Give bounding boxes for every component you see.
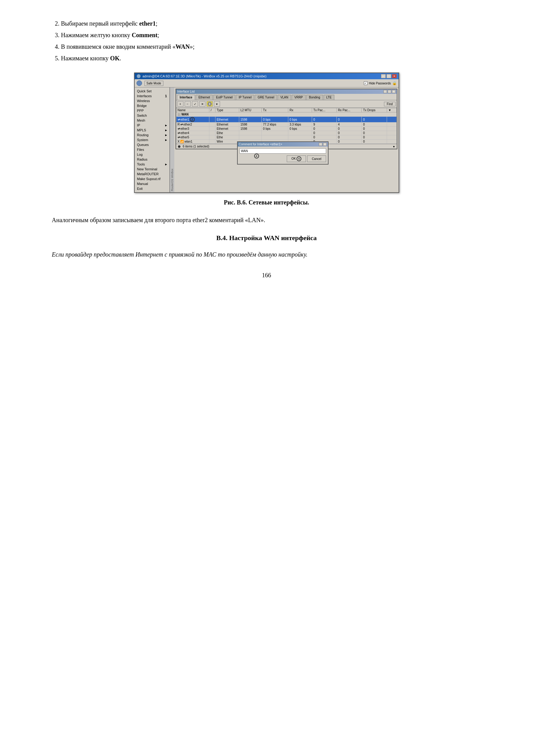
tab-gre-tunnel[interactable]: GRE Tunnel bbox=[255, 95, 277, 100]
tab-vlan[interactable]: VLAN bbox=[278, 95, 291, 100]
section-heading: В.4. Настройка WAN интерфейса bbox=[37, 234, 496, 242]
sidebar-item-radius[interactable]: Radius bbox=[135, 157, 170, 162]
cancel-button[interactable]: Cancel bbox=[307, 155, 326, 162]
sidebar-item-bridge[interactable]: Bridge bbox=[135, 103, 170, 108]
flag-x: X bbox=[178, 140, 180, 143]
col-txdrops: Tx Drops bbox=[362, 108, 387, 112]
group-wan: ::: WAN bbox=[176, 112, 396, 117]
eth-icon: ⇄ bbox=[178, 127, 180, 130]
ip-arrow-icon: ▶ bbox=[165, 124, 167, 127]
sidebar-item-routing[interactable]: Routing▶ bbox=[135, 133, 170, 137]
minimize-button[interactable]: ─ bbox=[381, 74, 386, 78]
hide-passwords-checkbox[interactable]: ✓ bbox=[364, 81, 367, 85]
main-content-area: Interface List ─ □ ✕ Interface Ethernet … bbox=[174, 88, 399, 192]
comment-dialog-body: 4 OK 5 Cancel bbox=[238, 147, 328, 164]
winbox-window: admin@D4:CA:6D:67:1E:3D (MikroTik) - Win… bbox=[37, 72, 496, 193]
interface-list-window: Interface List ─ □ ✕ Interface Ethernet … bbox=[175, 89, 397, 149]
filter-button[interactable]: ▾ bbox=[214, 101, 220, 107]
sidebar-item-switch[interactable]: Switch bbox=[135, 113, 170, 118]
sidebar-item-manual[interactable]: Manual bbox=[135, 181, 170, 186]
sidebar-wrapper: Quick Set Interfaces 1 Wireless Bridge P… bbox=[135, 88, 174, 192]
interfaces-badge: 1 bbox=[165, 94, 167, 98]
sidebar-item-wireless[interactable]: Wireless bbox=[135, 98, 170, 103]
table-row[interactable]: ⇄ ether3 Ethernet 1598 0 bps 0 bps 0 0 0 bbox=[176, 127, 396, 131]
sidebar-item-exit[interactable]: Exit bbox=[135, 186, 170, 191]
iface-table: Name / Type L2 MTU Tx Rx Tx Pac... Rx Pa… bbox=[176, 108, 397, 144]
comment-dialog-title: Comment for Interface <ether1> bbox=[239, 143, 282, 146]
find-button[interactable]: Find bbox=[384, 102, 395, 106]
step-2: Выбираем первый интерфейс ether1; bbox=[61, 18, 496, 29]
iface-list-titlebar: Interface List ─ □ ✕ bbox=[176, 89, 397, 94]
comment-button[interactable]: 3 bbox=[207, 101, 213, 107]
iface-maximize-button[interactable]: □ bbox=[387, 90, 391, 93]
remove-button[interactable]: − bbox=[185, 101, 191, 107]
sidebar-item-mpls[interactable]: MPLS▶ bbox=[135, 128, 170, 133]
eth-icon: ⇄ bbox=[178, 131, 180, 135]
step2-badge: 2 bbox=[190, 117, 195, 122]
col-expand[interactable]: ▼ bbox=[387, 108, 396, 112]
sidebar-item-log[interactable]: Log bbox=[135, 152, 170, 157]
maximize-button[interactable]: □ bbox=[386, 74, 391, 78]
comment-input[interactable] bbox=[240, 148, 326, 153]
table-row[interactable]: R ⇄ ether2 Ethernet 1598 77.2 kbps 3.3 k… bbox=[176, 122, 396, 127]
tab-lte[interactable]: LTE bbox=[324, 95, 334, 100]
tab-bonding[interactable]: Bonding bbox=[306, 95, 323, 100]
tab-eoip-tunnel[interactable]: EoIP Tunnel bbox=[213, 95, 235, 100]
step-3: Нажимаем желтую кнопку Comment; bbox=[61, 30, 496, 40]
edit-button[interactable]: ✓ bbox=[192, 101, 198, 107]
step-5: Нажимаем кнопку OK. bbox=[61, 53, 496, 63]
winbox-titlebar: admin@D4:CA:6D:67:1E:3D (MikroTik) - Win… bbox=[135, 73, 399, 79]
logo-icon bbox=[137, 80, 142, 86]
sidebar-item-interfaces[interactable]: Interfaces 1 bbox=[135, 94, 170, 98]
winbox-frame: admin@D4:CA:6D:67:1E:3D (MikroTik) - Win… bbox=[134, 72, 399, 193]
sidebar-item-mesh[interactable]: Mesh bbox=[135, 118, 170, 123]
step4-badge: 4 bbox=[254, 153, 259, 158]
col-txpac: Tx Pac... bbox=[312, 108, 337, 112]
col-rx: Rx bbox=[288, 108, 312, 112]
status-text: 6 items (1 selected) bbox=[183, 145, 209, 148]
col-tx: Tx bbox=[262, 108, 288, 112]
tab-vrrp[interactable]: VRRP bbox=[292, 95, 306, 100]
close-button[interactable]: ✕ bbox=[392, 74, 397, 78]
step-4: В появившемся окне вводим комментарий «W… bbox=[61, 41, 496, 52]
safe-mode-button[interactable]: Safe Mode bbox=[145, 81, 163, 86]
sidebar-item-newterminal[interactable]: New Terminal bbox=[135, 167, 170, 172]
ok-button[interactable]: OK 5 bbox=[287, 155, 306, 162]
sidebar-item-ip[interactable]: IP▶ bbox=[135, 123, 170, 128]
sidebar-item-quickset[interactable]: Quick Set bbox=[135, 89, 170, 94]
add-button[interactable]: + bbox=[177, 101, 183, 107]
wlan-icon: 📶 bbox=[180, 140, 184, 143]
winbox-toolbar: Safe Mode ✓ Hide Passwords 🔒 bbox=[135, 79, 399, 88]
sidebar-item-queues[interactable]: Queues bbox=[135, 142, 170, 147]
routing-arrow-icon: ▶ bbox=[165, 134, 167, 137]
paragraph-1: Аналогичным образом записываем для второ… bbox=[37, 215, 496, 225]
eth-icon: ⇄ bbox=[178, 136, 180, 139]
iface-close-button[interactable]: ✕ bbox=[392, 90, 396, 93]
col-rxpac: Rx Pac... bbox=[336, 108, 362, 112]
table-row[interactable]: ⇄ ether5 Ethe 0 0 0 bbox=[176, 135, 396, 140]
scroll-right-indicator: ● bbox=[393, 145, 395, 148]
sidebar-item-ppp[interactable]: PPP bbox=[135, 108, 170, 113]
table-row[interactable]: ⇄ ether1 2 Ethernet 1598 0 bps bbox=[176, 117, 396, 122]
comment-minimize-button[interactable]: ─ bbox=[319, 143, 322, 146]
iface-minimize-button[interactable]: ─ bbox=[383, 90, 387, 93]
sidebar-item-files[interactable]: Files bbox=[135, 147, 170, 152]
disable-button[interactable]: ✕ bbox=[199, 101, 205, 107]
lock-icon: 🔒 bbox=[392, 81, 397, 85]
tab-ip-tunnel[interactable]: IP Tunnel bbox=[236, 95, 254, 100]
table-row[interactable]: ⇄ ether4 Ethe 0 0 0 bbox=[176, 131, 396, 135]
sidebar: Quick Set Interfaces 1 Wireless Bridge P… bbox=[135, 88, 170, 192]
steps-list: Выбираем первый интерфейс ether1; Нажима… bbox=[61, 18, 496, 63]
tab-interface[interactable]: Interface bbox=[177, 95, 195, 100]
iface-toolbar: + − ✓ ✕ 3 ▾ Find bbox=[176, 100, 397, 108]
tab-ethernet[interactable]: Ethernet bbox=[196, 95, 213, 100]
winbox-body: Quick Set Interfaces 1 Wireless Bridge P… bbox=[135, 88, 399, 192]
sidebar-item-tools[interactable]: Tools▶ bbox=[135, 162, 170, 167]
comment-close-button[interactable]: ✕ bbox=[323, 143, 327, 146]
hide-passwords-label: Hide Passwords bbox=[369, 82, 391, 85]
step5-badge: 5 bbox=[297, 156, 301, 161]
tools-arrow-icon: ▶ bbox=[165, 163, 167, 166]
sidebar-item-makesupout[interactable]: Make Supout.rif bbox=[135, 176, 170, 181]
sidebar-item-metarouter[interactable]: MetaROUTER bbox=[135, 172, 170, 176]
sidebar-item-system[interactable]: System▶ bbox=[135, 137, 170, 142]
